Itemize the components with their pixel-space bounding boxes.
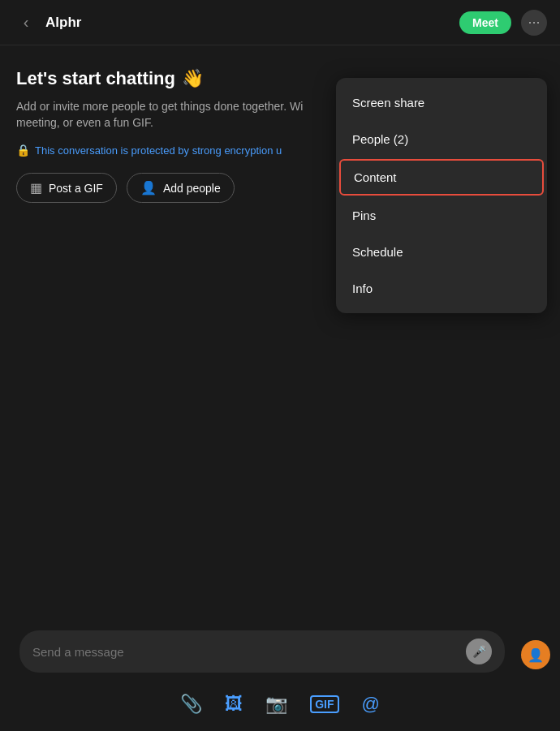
lock-icon: 🔒 (16, 144, 30, 157)
gif-label: Post a GIF (49, 182, 103, 195)
more-options-button[interactable]: ··· (521, 10, 547, 36)
dropdown-item[interactable]: Info (336, 270, 547, 307)
post-gif-button[interactable]: ▦ Post a GIF (16, 173, 117, 203)
dropdown-menu: Screen sharePeople (2)ContentPinsSchedul… (336, 78, 547, 313)
heading-text: Let's start chatting (16, 68, 175, 89)
camera-icon[interactable]: 📷 (265, 694, 287, 715)
meet-button[interactable]: Meet (459, 11, 511, 34)
chat-subtext: Add or invite more people to get things … (16, 99, 333, 131)
attachment-icon[interactable]: 📎 (180, 694, 202, 715)
main-content: Let's start chatting 👋 Add or invite mor… (0, 45, 560, 219)
encryption-text: This conversation is protected by strong… (35, 144, 282, 157)
dropdown-item[interactable]: Pins (336, 197, 547, 234)
back-button[interactable]: ‹ (13, 10, 39, 36)
more-icon: ··· (528, 14, 540, 31)
message-input[interactable] (32, 645, 466, 659)
gif-icon: ▦ (30, 180, 42, 196)
dropdown-item[interactable]: Content (339, 159, 544, 196)
add-people-button[interactable]: 👤 Add people (127, 173, 235, 203)
toolbar: 📎 🖼 📷 GIF @ (0, 686, 560, 731)
user-icon: 👤 (528, 647, 544, 663)
gif-toolbar-icon[interactable]: GIF (310, 695, 338, 713)
mic-icon: 🎤 (472, 645, 486, 658)
mic-button[interactable]: 🎤 (466, 639, 492, 664)
mention-icon[interactable]: @ (362, 694, 380, 715)
header: ‹ Alphr Meet ··· (0, 0, 560, 45)
user-avatar-button[interactable]: 👤 (521, 640, 550, 669)
heading-emoji: 👋 (182, 68, 204, 89)
dropdown-item[interactable]: Screen share (336, 84, 547, 121)
image-icon[interactable]: 🖼 (225, 694, 243, 715)
header-title: Alphr (45, 15, 459, 31)
message-input-container: 🎤 (19, 630, 505, 673)
bottom-area: 🎤 👤 📎 🖼 📷 GIF @ (0, 630, 560, 731)
dropdown-item[interactable]: Schedule (336, 234, 547, 270)
add-people-label: Add people (163, 182, 221, 195)
dropdown-item[interactable]: People (2) (336, 121, 547, 157)
person-add-icon: 👤 (140, 180, 157, 196)
